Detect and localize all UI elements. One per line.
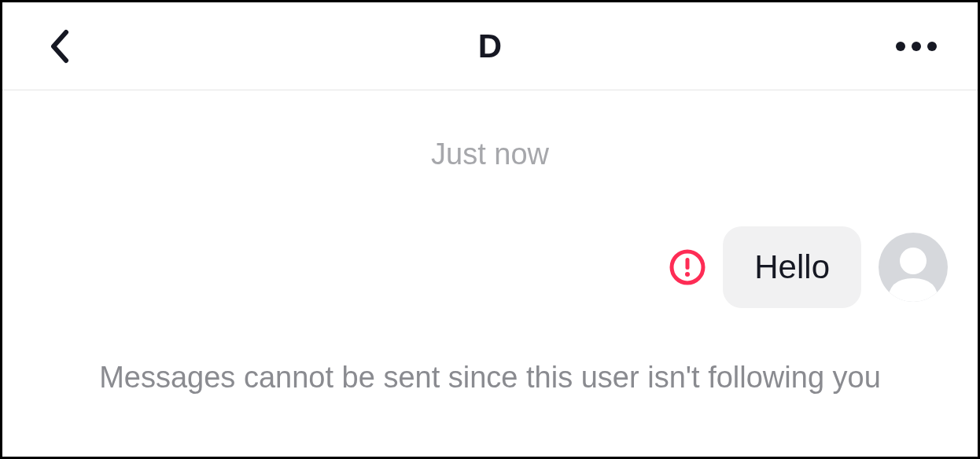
message-timestamp: Just now: [2, 138, 978, 171]
message-row: Hello: [2, 226, 978, 308]
more-icon: [896, 42, 905, 51]
back-button[interactable]: [40, 28, 78, 65]
error-icon[interactable]: [669, 249, 706, 285]
more-options-button[interactable]: [893, 28, 940, 65]
avatar[interactable]: [879, 233, 948, 302]
svg-point-3: [900, 248, 927, 274]
chat-header: D: [2, 2, 978, 90]
svg-point-2: [685, 272, 690, 277]
status-message: Messages cannot be sent since this user …: [2, 355, 978, 400]
more-icon: [912, 42, 921, 51]
message-bubble[interactable]: Hello: [723, 226, 861, 308]
more-icon: [927, 42, 937, 51]
chat-title: D: [478, 28, 502, 65]
chat-content: Just now Hello Messages cannot be sent s…: [2, 90, 978, 400]
svg-rect-1: [686, 258, 690, 270]
chevron-left-icon: [49, 29, 69, 64]
